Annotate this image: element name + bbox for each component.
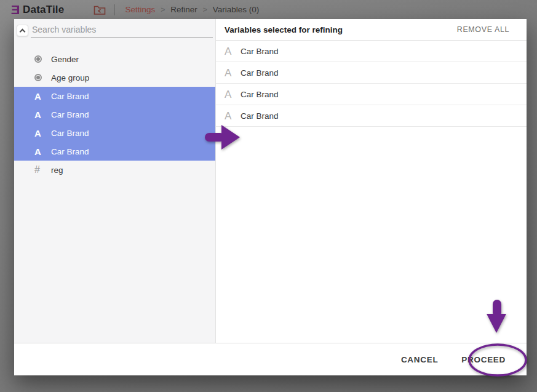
search-variables-input[interactable] <box>31 22 213 38</box>
proceed-button[interactable]: PROCEED <box>455 350 512 369</box>
variable-label: Gender <box>51 55 79 64</box>
variable-list: Gender Age group A Car Brand A Car Brand… <box>14 50 215 179</box>
text-variable-icon: A <box>34 110 41 119</box>
remove-variable-icon[interactable]: ✕ <box>526 47 527 55</box>
folder-back-icon[interactable] <box>93 4 106 15</box>
app-logo-text: DataTile <box>23 4 64 16</box>
selected-variable-row[interactable]: A Car Brand ✕ <box>216 105 527 127</box>
remove-all-button[interactable]: REMOVE ALL <box>457 25 509 34</box>
variable-label: reg <box>51 166 63 175</box>
selected-variable-label: Car Brand <box>241 47 279 56</box>
variable-label: Car Brand <box>51 147 89 156</box>
variable-item-car-brand-selected[interactable]: A Car Brand <box>14 87 215 105</box>
variable-item-gender[interactable]: Gender <box>14 50 215 68</box>
breadcrumb-separator: > <box>203 6 207 14</box>
text-variable-icon: A <box>34 129 41 138</box>
selected-variable-label: Car Brand <box>241 111 279 121</box>
variable-label: Car Brand <box>51 129 89 138</box>
selected-panel-header: Variables selected for refining REMOVE A… <box>216 19 527 41</box>
header-divider <box>114 4 115 15</box>
breadcrumb-settings[interactable]: Settings <box>125 5 155 14</box>
remove-variable-icon[interactable]: ✕ <box>526 90 527 98</box>
variable-item-reg[interactable]: # reg <box>14 161 215 179</box>
radio-variable-icon <box>34 55 42 63</box>
breadcrumb-variables[interactable]: Variables (0) <box>213 5 260 14</box>
variable-item-car-brand-selected[interactable]: A Car Brand <box>14 105 215 124</box>
text-variable-icon: A <box>225 68 231 78</box>
chevron-up-icon <box>20 28 26 34</box>
numeric-variable-icon: # <box>34 165 40 175</box>
datatile-logo-icon: Ǝ <box>11 3 20 16</box>
text-variable-icon: A <box>225 46 231 57</box>
selected-variable-row[interactable]: A Car Brand ✕ <box>216 84 527 105</box>
variable-item-car-brand-selected[interactable]: A Car Brand <box>14 142 215 161</box>
panel-title: Variables selected for refining <box>225 25 343 34</box>
selected-variable-row[interactable]: A Car Brand ✕ <box>216 41 527 62</box>
app-logo: Ǝ DataTile <box>11 3 64 16</box>
variable-item-car-brand-selected[interactable]: A Car Brand <box>14 124 215 142</box>
text-variable-icon: A <box>34 147 41 156</box>
app-header: Ǝ DataTile Settings > Refiner > Variable… <box>0 0 537 19</box>
selected-variable-label: Car Brand <box>241 68 279 78</box>
variable-label: Car Brand <box>51 92 89 101</box>
dialog-footer: CANCEL PROCEED <box>14 343 527 375</box>
remove-variable-icon[interactable]: ✕ <box>526 69 527 77</box>
variable-label: Car Brand <box>51 110 89 119</box>
selected-variable-label: Car Brand <box>241 90 279 99</box>
remove-variable-icon[interactable]: ✕ <box>526 112 527 120</box>
text-variable-icon: A <box>225 89 231 100</box>
breadcrumb-refiner[interactable]: Refiner <box>170 5 197 14</box>
breadcrumb: Settings > Refiner > Variables (0) <box>125 5 259 14</box>
selected-variable-row[interactable]: A Car Brand ✕ <box>216 62 527 84</box>
selected-variables-panel: Variables selected for refining REMOVE A… <box>215 19 527 343</box>
breadcrumb-separator: > <box>161 6 165 14</box>
refiner-variables-dialog: Gender Age group A Car Brand A Car Brand… <box>14 19 527 375</box>
variable-label: Age group <box>51 73 89 82</box>
variable-picker-panel: Gender Age group A Car Brand A Car Brand… <box>14 19 215 343</box>
variable-item-age-group[interactable]: Age group <box>14 68 215 87</box>
cancel-button[interactable]: CANCEL <box>395 350 444 369</box>
text-variable-icon: A <box>225 111 231 121</box>
collapse-panel-button[interactable] <box>17 25 28 36</box>
search-row <box>14 19 215 44</box>
text-variable-icon: A <box>34 92 41 101</box>
radio-variable-icon <box>34 74 42 81</box>
